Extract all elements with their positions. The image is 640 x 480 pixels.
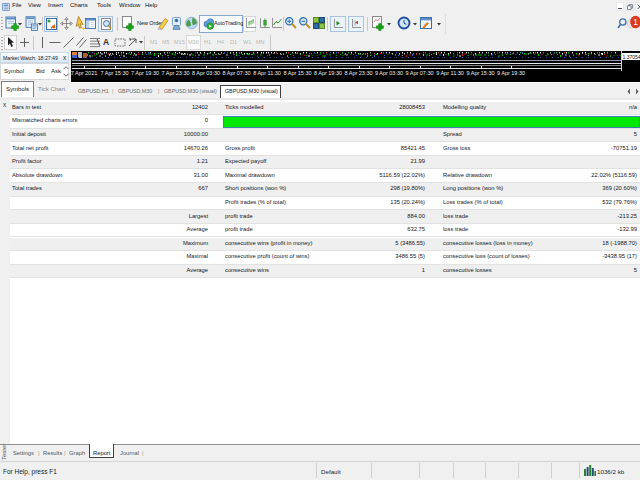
svg-text:1: 1 — [633, 17, 638, 27]
